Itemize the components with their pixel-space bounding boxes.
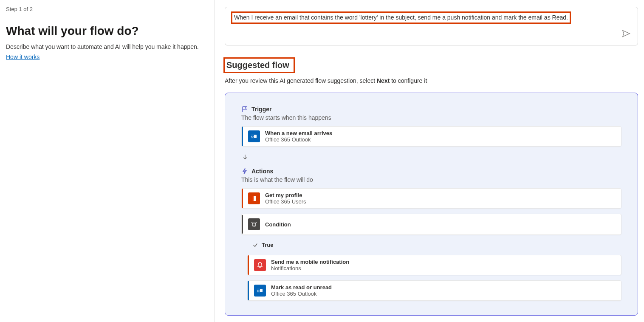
send-button[interactable] <box>621 29 631 38</box>
condition-title: Condition <box>265 221 291 228</box>
svg-text:O: O <box>251 135 254 138</box>
actions-block: Get my profile Office 365 Users Conditio… <box>241 188 621 301</box>
suggested-heading-wrap: Suggested flow <box>223 57 295 73</box>
accent-bar <box>242 215 243 234</box>
action-step-text: Get my profile Office 365 Users <box>265 192 306 205</box>
outlook-icon: O <box>254 285 266 297</box>
accent-bar <box>248 281 249 300</box>
svg-text:O: O <box>257 289 260 293</box>
suggested-sub-before: After you review this AI generated flow … <box>225 77 377 84</box>
bell-icon <box>254 259 266 271</box>
branch-true-steps: Send me a mobile notification Notificati… <box>247 255 621 301</box>
action-title: Get my profile <box>265 192 306 198</box>
trigger-label: Trigger <box>241 106 621 113</box>
trigger-step-text: When a new email arrives Office 365 Outl… <box>265 130 332 143</box>
accent-bar <box>242 127 243 146</box>
action-title: Mark as read or unread <box>271 284 332 291</box>
condition-icon <box>248 218 260 230</box>
lightning-icon <box>241 168 248 175</box>
subheading: Describe what you want to automate and A… <box>6 43 208 51</box>
arrow-down-icon <box>241 147 621 168</box>
trigger-desc: The flow starts when this happens <box>241 114 621 121</box>
trigger-step[interactable]: O When a new email arrives Office 365 Ou… <box>241 126 621 147</box>
how-it-works-link[interactable]: How it works <box>6 54 40 60</box>
action-step-notification[interactable]: Send me a mobile notification Notificati… <box>247 255 621 275</box>
branch-true-label: True <box>241 240 621 250</box>
suggested-subtitle: After you review this AI generated flow … <box>225 77 638 84</box>
actions-label: Actions <box>241 168 621 175</box>
outlook-icon: O <box>248 130 260 142</box>
step-indicator: Step 1 of 2 <box>6 6 208 12</box>
right-panel: When I receive an email that contains th… <box>215 0 644 322</box>
suggested-heading: Suggested flow <box>226 60 289 70</box>
action-service: Office 365 Users <box>265 198 306 205</box>
action-step-text: Send me a mobile notification Notificati… <box>271 259 349 271</box>
branch-true-text: True <box>262 242 273 248</box>
check-icon <box>252 242 258 248</box>
page-title: What will your flow do? <box>6 24 208 38</box>
actions-desc: This is what the flow will do <box>241 176 621 183</box>
accent-bar <box>242 189 243 208</box>
trigger-label-text: Trigger <box>251 106 271 113</box>
action-title: Send me a mobile notification <box>271 259 349 265</box>
action-step-condition[interactable]: Condition <box>241 214 621 235</box>
action-service: Notifications <box>271 265 349 271</box>
prompt-text: When I receive an email that contains th… <box>234 14 568 21</box>
actions-label-text: Actions <box>251 168 273 175</box>
flow-card: Trigger The flow starts when this happen… <box>225 93 638 316</box>
action-service: Office 365 Outlook <box>271 291 332 297</box>
action-step-profile[interactable]: Get my profile Office 365 Users <box>241 188 621 209</box>
prompt-input[interactable]: When I receive an email that contains th… <box>225 7 638 45</box>
prompt-highlight: When I receive an email that contains th… <box>231 11 571 24</box>
svg-rect-4 <box>252 196 254 201</box>
flag-icon <box>241 106 248 113</box>
action-step-text: Mark as read or unread Office 365 Outloo… <box>271 284 332 297</box>
left-panel: Step 1 of 2 What will your flow do? Desc… <box>0 0 215 322</box>
suggested-sub-bold: Next <box>377 77 390 84</box>
trigger-step-title: When a new email arrives <box>265 130 332 136</box>
office-users-icon <box>248 192 260 204</box>
accent-bar <box>248 255 249 275</box>
action-step-mark-read[interactable]: O Mark as read or unread Office 365 Outl… <box>247 280 621 301</box>
suggested-sub-after: to configure it <box>390 77 427 84</box>
trigger-step-service: Office 365 Outlook <box>265 136 332 143</box>
